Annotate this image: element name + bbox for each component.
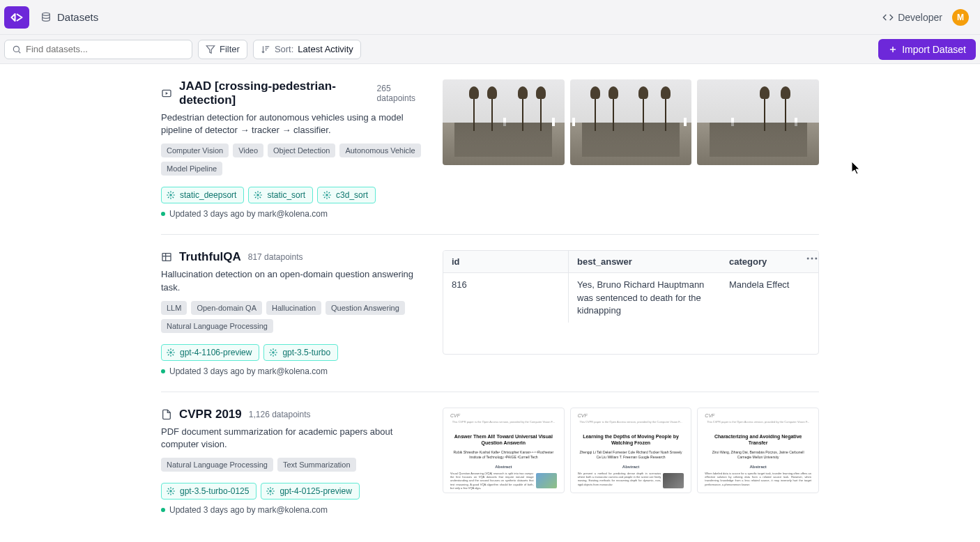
toolbar-left: Filter Sort: Latest Activity [4, 40, 361, 59]
import-dataset-button[interactable]: Import Dataset [878, 39, 976, 60]
dataset-title: JAAD [crossing-pedestrian-detection] [179, 79, 370, 107]
svg-point-13 [326, 194, 328, 196]
status-dot [161, 508, 165, 512]
developer-link[interactable]: Developer [882, 12, 942, 23]
svg-marker-10 [166, 92, 168, 95]
filter-icon [206, 45, 215, 54]
svg-point-26 [270, 490, 271, 492]
model-pill[interactable]: gpt-4-0125-preview [261, 483, 359, 500]
thumbnail-paper[interactable]: CVFThis CVPR paper is the Open Access ve… [697, 408, 819, 493]
tag[interactable]: Hallucination [266, 301, 321, 315]
model-icon [322, 190, 332, 200]
model-row: gpt-3.5-turbo-0125 gpt-4-0125-preview [161, 474, 426, 500]
developer-label: Developer [898, 12, 942, 23]
status-dot [161, 212, 165, 216]
tag[interactable]: Natural Language Processing [161, 319, 273, 333]
dataset-description: Pedestrian detection for autonomous vehi… [161, 111, 426, 137]
model-icon [266, 486, 275, 496]
plus-icon [888, 45, 898, 54]
thumbnail-image[interactable] [443, 79, 565, 165]
tag[interactable]: Object Detection [268, 144, 335, 157]
page-title: Datasets [57, 11, 98, 23]
dataset-title: CVPR 2019 [179, 408, 242, 421]
svg-point-12 [257, 194, 259, 196]
updated-line: Updated 3 days ago by mark@kolena.com [161, 505, 426, 515]
svg-rect-17 [162, 254, 171, 261]
model-pill[interactable]: static_sort [248, 187, 313, 203]
svg-point-16 [815, 258, 817, 260]
table-header: id [443, 251, 569, 272]
topbar: Datasets Developer M [0, 0, 980, 35]
filter-button[interactable]: Filter [198, 40, 247, 59]
video-icon [161, 88, 172, 99]
tag[interactable]: Computer Vision [161, 144, 229, 157]
model-pill[interactable]: gpt-3.5-turbo-0125 [161, 483, 257, 500]
model-icon [268, 348, 278, 357]
tag[interactable]: Model Pipeline [161, 162, 222, 176]
sort-button[interactable]: Sort: Latest Activity [253, 40, 361, 59]
updated-line: Updated 3 days ago by mark@kolena.com [161, 209, 426, 219]
thumbnail-paper[interactable]: CVFThis CVPR paper is the Open Access ve… [443, 408, 565, 493]
model-icon [166, 348, 176, 357]
model-pill[interactable]: c3d_sort [317, 187, 376, 203]
svg-point-14 [807, 258, 809, 260]
topbar-left: Datasets [4, 6, 98, 29]
code-icon [882, 12, 894, 23]
dataset-card[interactable]: JAAD [crossing-pedestrian-detection] 265… [161, 64, 819, 235]
dataset-card[interactable]: TruthfulQA 817 datapoints Hallucination … [161, 235, 819, 392]
tag[interactable]: LLM [161, 301, 187, 315]
model-icon [166, 486, 176, 496]
tag[interactable]: Open-domain QA [191, 301, 262, 315]
avatar[interactable]: M [952, 9, 969, 26]
svg-point-11 [170, 194, 171, 196]
tag[interactable]: Video [233, 144, 263, 157]
document-icon [161, 409, 172, 420]
svg-point-0 [43, 13, 50, 15]
table-cell: Mandela Effect [721, 273, 818, 323]
datapoint-count: 817 datapoints [248, 252, 303, 262]
app-logo[interactable] [4, 6, 29, 29]
table-icon [161, 251, 172, 263]
updated-line: Updated 3 days ago by mark@kolena.com [161, 366, 426, 376]
model-row: static_deepsort static_sort c3d_sort [161, 178, 426, 203]
model-pill[interactable]: gpt-3.5-turbo [263, 344, 338, 361]
search-input[interactable] [26, 44, 185, 54]
dataset-title: TruthfulQA [179, 250, 241, 264]
tag-row: Natural Language Processing Text Summari… [161, 458, 426, 472]
thumbnail-image[interactable] [697, 79, 819, 165]
tag[interactable]: Text Summarization [277, 458, 356, 472]
status-dot [161, 369, 165, 373]
cursor-icon [852, 162, 863, 176]
svg-point-20 [170, 352, 171, 353]
tag-row: Computer Vision Video Object Detection A… [161, 144, 426, 176]
dataset-description: Hallucination detection on an open-domai… [161, 268, 426, 293]
preview-table[interactable]: id best_answer category 816 Yes, Bruno R… [443, 250, 819, 355]
model-icon [253, 190, 263, 200]
datapoint-count: 1,126 datapoints [249, 410, 311, 419]
dataset-card[interactable]: CVPR 2019 1,126 datapoints PDF document … [161, 392, 819, 530]
model-pill[interactable]: gpt-4-1106-preview [161, 344, 259, 361]
tag[interactable]: Autonomous Vehicle [339, 144, 420, 157]
search-box[interactable] [4, 40, 192, 59]
tag[interactable]: Question Answering [326, 301, 405, 315]
svg-point-15 [811, 258, 813, 260]
model-pill[interactable]: static_deepsort [161, 187, 244, 203]
thumbnail-row: CVFThis CVPR paper is the Open Access ve… [443, 408, 819, 493]
more-horizontal-icon [805, 251, 819, 265]
thumbnail-paper[interactable]: CVFThis CVPR paper is the Open Access ve… [570, 408, 692, 493]
page-title-wrap: Datasets [40, 11, 98, 23]
svg-point-25 [170, 490, 171, 492]
thumbnail-image[interactable] [570, 79, 692, 165]
tag[interactable]: Natural Language Processing [161, 458, 273, 472]
thumbnail-row [443, 79, 819, 165]
svg-line-2 [19, 51, 21, 53]
svg-point-1 [13, 46, 19, 52]
more-button[interactable] [805, 251, 819, 265]
datapoint-count: 265 datapoints [377, 84, 426, 103]
search-icon [12, 45, 22, 54]
svg-point-21 [273, 352, 274, 353]
table-header: category [721, 251, 818, 272]
toolbar: Filter Sort: Latest Activity Import Data… [0, 35, 980, 64]
database-icon [40, 12, 52, 23]
dataset-description: PDF document summarization for academic … [161, 426, 426, 451]
